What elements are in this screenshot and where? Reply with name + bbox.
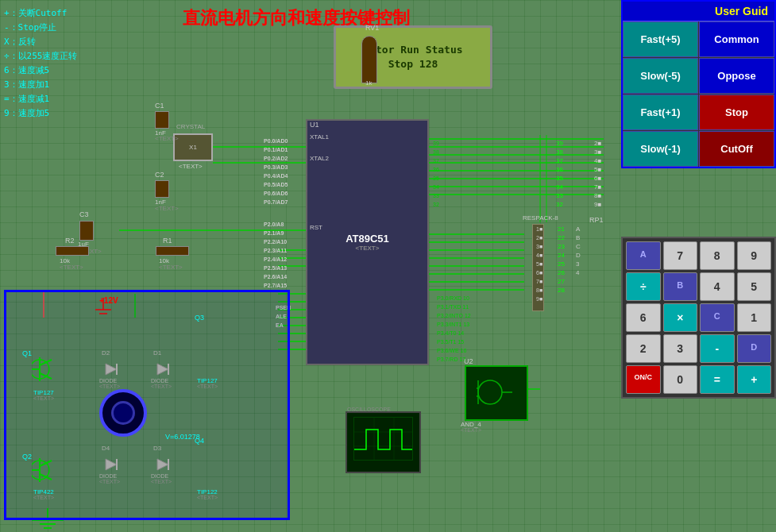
- key-2[interactable]: 2: [626, 334, 661, 363]
- lcd-line2: Stop 128: [363, 57, 462, 71]
- key-8[interactable]: 8: [700, 241, 735, 270]
- keypad-row-d-label: D: [737, 334, 772, 363]
- guide-stop[interactable]: Stop: [699, 94, 774, 130]
- key-minus[interactable]: -: [700, 334, 735, 363]
- d1-type: DIODE: [151, 378, 168, 384]
- svg-marker-60: [106, 459, 117, 470]
- key-6[interactable]: 6: [626, 303, 661, 332]
- instr-line-4: ÷：以255速度正转: [4, 49, 78, 64]
- instr-line-2: -：Stop停止: [4, 21, 78, 35]
- q3-text: <TEXT>: [197, 384, 218, 389]
- q2-outer-label: Q2: [22, 453, 32, 461]
- instr-line-6: 3：速度加1: [4, 78, 78, 92]
- pin-p20: P2.0/A8: [264, 220, 287, 229]
- rp1-label: RP1: [589, 216, 604, 224]
- and-gate-label: [477, 376, 516, 410]
- xtal1-label: XTAL1: [310, 133, 329, 141]
- pin-p00: P0.0/AD0: [264, 137, 288, 145]
- crystal-x1: X1: [173, 133, 213, 161]
- p0-left-pins: 3938373635343332: [433, 139, 439, 209]
- abcd-labels: ABCD34: [576, 225, 581, 277]
- key-4[interactable]: 4: [700, 272, 735, 301]
- power-12v-label: +12V: [99, 296, 118, 305]
- key-multiply[interactable]: ×: [663, 303, 698, 332]
- guide-grid: Fast(+5) Common Slow(-5) Oppose Fast(+1)…: [623, 21, 774, 167]
- q4-text: <TEXT>: [197, 495, 218, 500]
- key-1[interactable]: 1: [737, 303, 772, 332]
- key-3[interactable]: 3: [663, 334, 698, 363]
- oscilloscope: [346, 411, 421, 473]
- d1-text: <TEXT>: [151, 384, 172, 389]
- scope-label: OSCILLOSCOPE: [347, 407, 391, 412]
- d1-label: D1: [153, 349, 161, 357]
- q3-outer-label: Q3: [195, 314, 204, 322]
- key-9[interactable]: 9: [737, 241, 772, 270]
- pin-p04: P0.4/AD4: [264, 172, 288, 180]
- instr-line-8: 9：速度加5: [4, 106, 78, 121]
- d2-type: DIODE: [99, 378, 117, 384]
- d4-label: D4: [102, 445, 110, 452]
- motor-component: [99, 389, 147, 437]
- keypad-panel: A 7 8 9 ÷ B 4 5 6 × C 1 2 3 - D ON/C 0 =…: [621, 237, 776, 399]
- rv1-label: RV1: [365, 24, 379, 32]
- d2-label: D2: [102, 349, 110, 357]
- d3-label: D3: [153, 445, 161, 452]
- lcd-text: Motor Run Status Stop 128: [363, 43, 462, 71]
- d3-type: DIODE: [151, 473, 168, 479]
- guide-common[interactable]: Common: [699, 21, 774, 57]
- pin-p03: P0.3/AD3: [264, 163, 288, 172]
- c2-label: C2: [155, 171, 164, 179]
- r2-body: [56, 246, 89, 256]
- d4-type: DIODE: [99, 473, 117, 479]
- guide-oppose[interactable]: Oppose: [699, 58, 774, 94]
- u1-label: U1: [310, 121, 319, 129]
- respack-label: RESPACK-8: [523, 214, 558, 222]
- svg-marker-58: [157, 459, 168, 470]
- c1-body: [155, 111, 169, 129]
- guide-slow-minus1[interactable]: Slow(-1): [623, 131, 698, 167]
- motor-inner: [111, 401, 135, 425]
- q2-transistor: [32, 454, 64, 486]
- guide-cutoff[interactable]: CutOff: [699, 131, 774, 167]
- q4-outer-label: Q4: [195, 437, 204, 445]
- c1-text: <TEXT>: [155, 135, 179, 142]
- pin-p01: P0.1/AD1: [264, 145, 288, 154]
- r2-label: R2: [65, 237, 75, 245]
- p2-pins: 2122232425262728: [558, 225, 565, 295]
- p1-right-pins: P3.0/RXD 10 P3.1/TXD 11 P3.2/INTO 12 P3.…: [437, 294, 471, 364]
- x1-label: X1: [189, 144, 197, 151]
- keypad-row-b-label: B: [663, 272, 698, 301]
- pin-p26: P2.6/A14: [264, 272, 287, 281]
- key-equals[interactable]: =: [700, 365, 735, 394]
- pin-p21: P2.1/A9: [264, 229, 287, 237]
- c3-label: C3: [79, 210, 89, 218]
- key-plus[interactable]: +: [737, 365, 772, 394]
- guide-slow-minus5[interactable]: Slow(-5): [623, 58, 698, 94]
- chip-label: <TEXT>: [356, 245, 380, 252]
- instr-line-3: X；反转: [4, 35, 78, 49]
- pin-p22: P2.2/A10: [264, 237, 287, 246]
- c3-body: [79, 221, 94, 241]
- guide-fast-plus5[interactable]: Fast(+5): [623, 21, 698, 57]
- key-on-c[interactable]: ON/C: [626, 365, 661, 394]
- c2-body: [155, 180, 169, 198]
- key-divide[interactable]: ÷: [626, 272, 661, 301]
- keypad-row-a-label: A: [626, 241, 661, 270]
- right-pins: 3938373635343332: [556, 139, 563, 209]
- xtal2-label: XTAL2: [310, 155, 329, 162]
- respack-pins: 1■2■3■4■ 5■6■7■8■9■: [536, 225, 542, 303]
- instr-line-1: +：关断Cutoff: [4, 6, 78, 21]
- r2-text: <TEXT>: [60, 264, 83, 271]
- chip-name: AT89C51: [346, 233, 389, 245]
- r1-label: R1: [163, 237, 172, 245]
- d4-text: <TEXT>: [99, 479, 120, 484]
- guide-fast-plus1[interactable]: Fast(+1): [623, 94, 698, 130]
- key-7[interactable]: 7: [663, 241, 698, 270]
- key-0[interactable]: 0: [663, 365, 698, 394]
- scope-screen: [353, 417, 413, 461]
- instr-line-7: =：速度减1: [4, 92, 78, 106]
- key-5[interactable]: 5: [737, 272, 772, 301]
- c2-text: <TEXT>: [155, 205, 179, 212]
- c1-label: C1: [155, 102, 164, 110]
- pin-p05: P0.5/AD5: [264, 180, 288, 189]
